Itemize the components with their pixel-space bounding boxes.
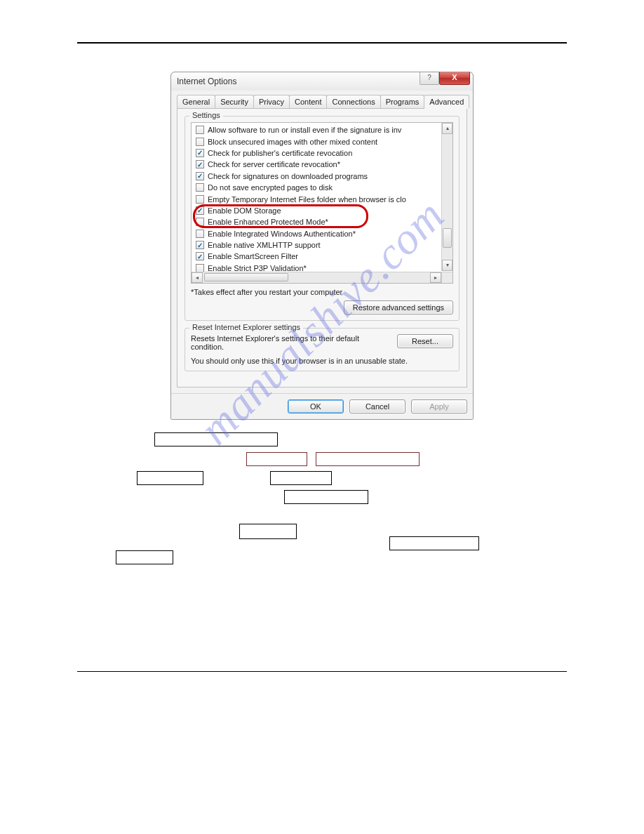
- settings-item[interactable]: Empty Temporary Internet Files folder wh…: [196, 193, 441, 204]
- tab-programs[interactable]: Programs: [380, 95, 425, 108]
- checkbox-icon[interactable]: [196, 149, 204, 157]
- scroll-down-arrow-icon[interactable]: ▾: [442, 260, 452, 271]
- internet-options-dialog: Internet Options ? X General Security Pr…: [170, 72, 474, 420]
- apply-button[interactable]: Apply: [411, 399, 467, 413]
- vertical-scrollbar[interactable]: ▴ ▾: [441, 123, 452, 271]
- tab-privacy[interactable]: Privacy: [253, 95, 290, 108]
- outline-box: [239, 524, 297, 539]
- settings-item[interactable]: Enable DOM Storage: [196, 205, 441, 216]
- settings-listbox[interactable]: Allow software to run or install even if…: [191, 122, 453, 284]
- scroll-corner: [441, 272, 452, 283]
- outline-boxes-area: [77, 432, 567, 573]
- outline-box: [389, 536, 479, 550]
- settings-item-label: Empty Temporary Internet Files folder wh…: [208, 195, 406, 204]
- checkbox-icon[interactable]: [196, 218, 204, 226]
- tab-strip: General Security Privacy Content Connect…: [177, 95, 467, 109]
- settings-item-label: Enable Integrated Windows Authentication…: [208, 230, 356, 238]
- settings-item[interactable]: Check for signatures on downloaded progr…: [196, 171, 441, 182]
- dialog-footer: OK Cancel Apply: [171, 393, 473, 419]
- tab-advanced[interactable]: Advanced: [424, 95, 469, 108]
- settings-item[interactable]: Check for publisher's certificate revoca…: [196, 147, 441, 159]
- reset-description: Resets Internet Explorer's settings to t…: [191, 334, 391, 351]
- close-button[interactable]: X: [439, 72, 470, 85]
- checkbox-icon[interactable]: [196, 172, 204, 180]
- tab-panel-advanced: Settings Allow software to run or instal…: [177, 109, 467, 388]
- tab-security[interactable]: Security: [215, 95, 254, 108]
- outline-box: [246, 452, 307, 466]
- ok-button[interactable]: OK: [288, 399, 344, 413]
- settings-item[interactable]: Enable Enhanced Protected Mode*: [196, 216, 441, 227]
- checkbox-icon[interactable]: [196, 126, 204, 134]
- top-rule: [77, 42, 567, 44]
- reset-warning: You should only use this if your browser…: [191, 357, 453, 365]
- tab-general[interactable]: General: [177, 95, 215, 108]
- scroll-up-arrow-icon[interactable]: ▴: [442, 123, 452, 134]
- settings-item[interactable]: Allow software to run or install even if…: [196, 124, 441, 135]
- outline-box: [270, 471, 332, 485]
- settings-item-label: Enable SmartScreen Filter: [208, 252, 298, 260]
- dialog-body: General Security Privacy Content Connect…: [171, 91, 473, 393]
- outline-box: [137, 471, 203, 485]
- outline-box: [284, 490, 368, 504]
- horizontal-scrollbar[interactable]: ◂ ▸: [192, 272, 441, 283]
- restore-advanced-button[interactable]: Restore advanced settings: [344, 300, 453, 315]
- help-button[interactable]: ?: [420, 72, 439, 85]
- checkbox-icon[interactable]: [196, 138, 204, 146]
- settings-item-label: Check for server certificate revocation*: [208, 160, 340, 168]
- settings-item[interactable]: Check for server certificate revocation*: [196, 159, 441, 170]
- outline-box: [316, 452, 420, 466]
- checkbox-icon[interactable]: [196, 206, 204, 215]
- bottom-rule: [77, 671, 567, 672]
- settings-item-label: Enable native XMLHTTP support: [208, 241, 321, 249]
- outline-box: [154, 432, 278, 446]
- settings-legend: Settings: [189, 111, 223, 119]
- settings-item-label: Enable DOM Storage: [208, 206, 281, 215]
- outline-box: [116, 550, 173, 564]
- settings-item[interactable]: Block unsecured images with other mixed …: [196, 135, 441, 147]
- checkbox-icon[interactable]: [196, 183, 204, 192]
- cancel-button[interactable]: Cancel: [349, 399, 405, 413]
- settings-item-label: Enable Enhanced Protected Mode*: [208, 218, 328, 226]
- checkbox-icon[interactable]: [196, 195, 204, 204]
- scroll-left-arrow-icon[interactable]: ◂: [192, 272, 203, 283]
- tab-content[interactable]: Content: [289, 95, 328, 108]
- vertical-scroll-thumb[interactable]: [443, 228, 452, 248]
- reset-legend: Reset Internet Explorer settings: [189, 323, 303, 331]
- settings-item[interactable]: Enable Integrated Windows Authentication…: [196, 228, 441, 239]
- reset-button[interactable]: Reset...: [397, 334, 453, 348]
- restart-footnote: *Takes effect after you restart your com…: [191, 288, 453, 296]
- settings-item-label: Check for signatures on downloaded progr…: [208, 172, 368, 180]
- scroll-right-arrow-icon[interactable]: ▸: [430, 272, 441, 283]
- checkbox-icon[interactable]: [196, 160, 204, 168]
- settings-item[interactable]: Do not save encrypted pages to disk: [196, 182, 441, 193]
- reset-fieldset: Reset Internet Explorer settings Resets …: [185, 328, 459, 371]
- tab-connections[interactable]: Connections: [326, 95, 380, 108]
- settings-item-label: Do not save encrypted pages to disk: [208, 183, 333, 192]
- checkbox-icon[interactable]: [196, 241, 204, 249]
- checkbox-icon[interactable]: [196, 230, 204, 238]
- horizontal-scroll-thumb[interactable]: [204, 273, 288, 282]
- settings-item-label: Block unsecured images with other mixed …: [208, 138, 377, 146]
- settings-item[interactable]: Enable SmartScreen Filter: [196, 251, 441, 262]
- settings-item[interactable]: Enable native XMLHTTP support: [196, 239, 441, 251]
- settings-item-label: Check for publisher's certificate revoca…: [208, 149, 352, 157]
- titlebar: Internet Options ? X: [171, 72, 473, 91]
- settings-fieldset: Settings Allow software to run or instal…: [185, 116, 459, 321]
- settings-item-label: Allow software to run or install even if…: [208, 126, 401, 134]
- checkbox-icon[interactable]: [196, 252, 204, 260]
